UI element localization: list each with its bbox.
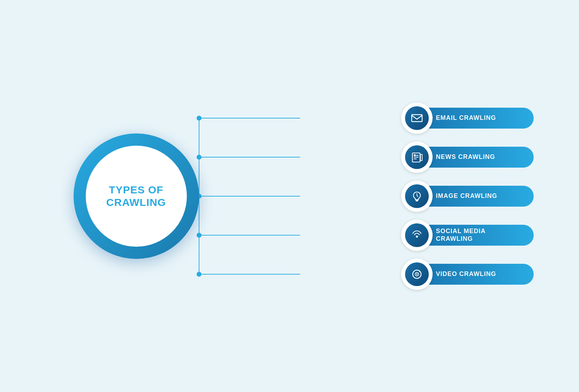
svg-point-12 [197,155,201,160]
svg-point-11 [197,116,201,121]
diagram-container: TYPES OF CRAWLING [46,22,534,370]
center-circle-inner: TYPES OF CRAWLING [86,146,187,247]
center-line2: CRAWLING [106,197,166,208]
svg-point-15 [197,272,201,277]
center-title: TYPES OF CRAWLING [106,184,166,209]
center-line1: TYPES OF [109,184,163,195]
center-circle: TYPES OF CRAWLING [74,133,199,259]
svg-point-14 [197,233,201,238]
